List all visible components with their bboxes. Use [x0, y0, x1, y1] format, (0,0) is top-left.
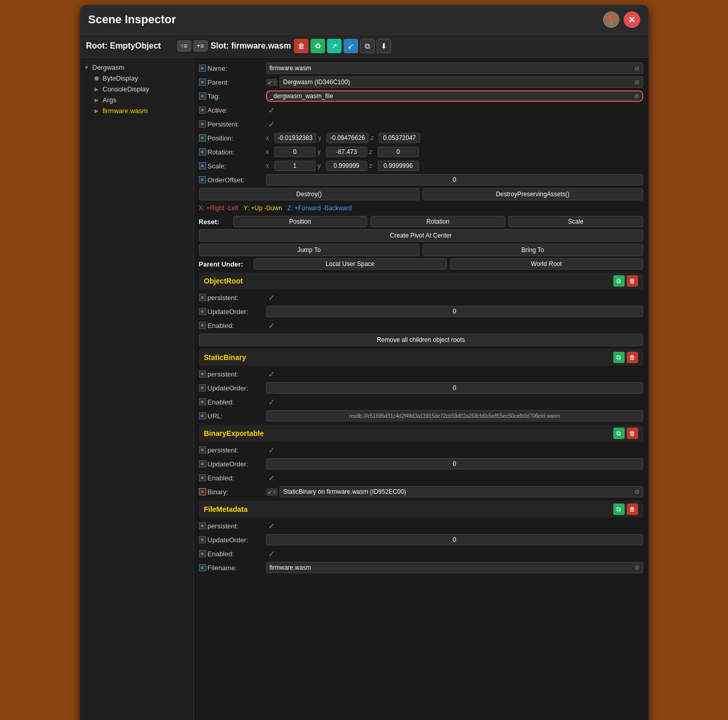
pos-y-label: y: [318, 134, 324, 142]
reset-rotation-button[interactable]: Rotation: [370, 216, 505, 227]
persistent-check-icon[interactable]: ✓: [268, 119, 275, 129]
objectroot-persistent-check[interactable]: ✓: [268, 293, 275, 303]
move-slot-icon[interactable]: ↙: [344, 39, 358, 53]
staticbinary-url-value[interactable]: resdb:///c51895d31c4d2f49d3a13915de72cb5…: [266, 410, 643, 421]
reset-position-button[interactable]: Position: [233, 216, 368, 227]
create-pivot-button[interactable]: Create Pivot At Center: [199, 229, 643, 242]
staticbinary-delete-icon[interactable]: 🗑: [627, 352, 638, 363]
rotation-label: ≡ Rotation:: [199, 148, 266, 156]
tag-cancel-icon[interactable]: ⊘: [634, 92, 639, 100]
staticbinary-updateorder-row: ≡ UpdateOrder: 0: [199, 382, 643, 394]
tree-item-consoledisplay[interactable]: ▶ ConsoleDisplay: [80, 84, 193, 95]
rot-z-label: z: [369, 148, 376, 155]
staticbinary-persistent-check[interactable]: ✓: [268, 369, 275, 379]
parent-cancel-icon[interactable]: ⊘: [634, 79, 640, 86]
parent-value[interactable]: Dergwasm (ID346C100) ⊘: [280, 76, 643, 88]
binary-nav-down[interactable]: ↙: [268, 489, 272, 495]
scale-y-value[interactable]: 0.999999: [326, 161, 367, 171]
persistent-row: ≡ Persistent: ✓: [199, 118, 643, 130]
binaryexportable-binary-label: ≡ Binary:: [199, 488, 266, 496]
filename-cancel-icon[interactable]: ⊘: [634, 564, 640, 571]
rot-y-value[interactable]: -87.473: [326, 147, 367, 157]
objectroot-section-header: ObjectRoot ⧉ 🗑: [199, 273, 643, 289]
objectroot-copy-icon[interactable]: ⧉: [613, 275, 625, 287]
active-row: ≡ Active: ✓: [199, 104, 643, 116]
binaryexportable-enabled-check[interactable]: ✓: [268, 473, 275, 483]
close-button[interactable]: ✕: [624, 11, 640, 28]
staticbinary-actions: ⧉ 🗑: [613, 352, 638, 363]
binary-cancel-icon[interactable]: ⊘: [634, 488, 640, 495]
filemetadata-enabled-check[interactable]: ✓: [268, 549, 275, 559]
binaryexportable-delete-icon[interactable]: 🗑: [627, 428, 638, 439]
tree-item-args[interactable]: ▶ Args: [80, 95, 193, 105]
binaryexportable-binary-value[interactable]: StaticBinary on firmware.wasm (ID952EC00…: [280, 486, 643, 497]
staticbinary-enabled-check[interactable]: ✓: [268, 397, 275, 407]
tag-value[interactable]: _dergwasm_wasm_file ⊘: [266, 90, 643, 102]
name-cancel-icon[interactable]: ⊘: [634, 65, 640, 72]
reset-scale-button[interactable]: Scale: [508, 216, 643, 227]
destroy-preserving-button[interactable]: DestroyPreservingAssets(): [423, 188, 643, 200]
recycle-slot-icon[interactable]: ♻: [311, 39, 325, 53]
binaryexportable-updateorder-value[interactable]: 0: [266, 458, 643, 469]
staticbinary-updateorder-value[interactable]: 0: [266, 382, 643, 394]
pos-x-label: x: [266, 134, 272, 142]
parent-type-icon: ≡: [199, 79, 206, 86]
tree-arrow-dergwasm: ▼: [84, 65, 90, 70]
orderoffset-value[interactable]: 0: [266, 174, 643, 185]
binaryexportable-persistent-check[interactable]: ✓: [268, 445, 275, 455]
parent-nav-up[interactable]: ↑: [273, 79, 276, 86]
tag-type-icon: ≡: [199, 92, 206, 100]
scale-z-value[interactable]: 0.9999996: [378, 161, 419, 171]
add-button[interactable]: +≡: [193, 40, 208, 52]
world-root-button[interactable]: World Root: [450, 258, 643, 270]
objectroot-enabled-check[interactable]: ✓: [268, 321, 275, 331]
pos-x-value[interactable]: -0.01932383: [274, 133, 316, 143]
remove-children-button[interactable]: Remove all children object roots: [199, 334, 643, 346]
filemetadata-delete-icon[interactable]: 🗑: [627, 504, 638, 515]
more-slot-icon[interactable]: ⬇: [377, 39, 391, 53]
name-value[interactable]: firmware.wasm ⊘: [266, 62, 643, 74]
filemetadata-enabled-row: ≡ Enabled: ✓: [199, 547, 643, 560]
staticbinary-updateorder-label: ≡ UpdateOrder:: [199, 384, 266, 392]
binaryexportable-updateorder-row: ≡ UpdateOrder: 0: [199, 458, 643, 470]
pin-button[interactable]: 📍: [603, 11, 619, 28]
up-button[interactable]: ↑≡: [177, 40, 191, 52]
rot-x-value[interactable]: 0: [274, 147, 316, 157]
destroy-button[interactable]: Destroy(): [199, 188, 420, 200]
tree-item-firmware[interactable]: ▶ firmware.wasm ←: [80, 105, 193, 116]
staticbinary-url-row: ≡ URL: resdb:///c51895d31c4d2f49d3a13915…: [199, 410, 643, 422]
rot-x-label: x: [266, 148, 272, 155]
filemetadata-updateorder-value[interactable]: 0: [266, 534, 643, 545]
objectroot-delete-icon[interactable]: 🗑: [627, 275, 638, 287]
staticbinary-title: StaticBinary: [204, 353, 246, 362]
binaryexportable-section-header: BinaryExportable ⧉ 🗑: [199, 425, 643, 442]
scale-z-label: z: [369, 162, 376, 169]
local-user-space-button[interactable]: Local User Space: [254, 258, 447, 270]
toolbar: Root: EmptyObject ↑≡ +≡ Slot: firmware.w…: [80, 35, 648, 58]
objectroot-updateorder-value[interactable]: 0: [266, 306, 643, 317]
scale-xyz: x 1 y 0.999999 z 0.9999996: [266, 161, 643, 171]
scale-x-value[interactable]: 1: [274, 161, 316, 171]
persistent-label: ≡ Persistent:: [199, 120, 266, 128]
pos-y-value[interactable]: -0.09476626: [327, 133, 368, 143]
attach-slot-icon[interactable]: ↗: [327, 39, 342, 53]
rotation-row: ≡ Rotation: x 0 y -87.473 z 0: [199, 146, 643, 158]
copy-slot-icon[interactable]: ⧉: [360, 39, 375, 53]
jump-to-button[interactable]: Jump To: [199, 244, 420, 256]
filemetadata-copy-icon[interactable]: ⧉: [613, 504, 625, 515]
binaryexportable-copy-icon[interactable]: ⧉: [613, 428, 625, 439]
bring-to-button[interactable]: Bring To: [423, 244, 643, 256]
active-check-icon[interactable]: ✓: [268, 105, 275, 115]
orderoffset-row: ≡ OrderOffset: 0: [199, 174, 643, 186]
filemetadata-filename-value[interactable]: firmware.wasm ⊘: [266, 562, 643, 573]
filemetadata-persistent-check[interactable]: ✓: [268, 521, 275, 531]
fm-updateorder-icon: ≡: [199, 536, 206, 543]
tree-item-bytedisplay[interactable]: ByteDisplay: [80, 73, 193, 84]
tree-item-dergwasm[interactable]: ▼ Dergwasm: [80, 62, 193, 73]
delete-slot-icon[interactable]: 🗑: [294, 39, 308, 53]
binary-nav-up[interactable]: ↑: [273, 489, 276, 495]
rot-z-value[interactable]: 0: [378, 147, 419, 157]
staticbinary-copy-icon[interactable]: ⧉: [613, 352, 625, 363]
pos-z-value[interactable]: 0.05372047: [379, 133, 420, 143]
parent-nav-down[interactable]: ↙: [268, 79, 272, 86]
